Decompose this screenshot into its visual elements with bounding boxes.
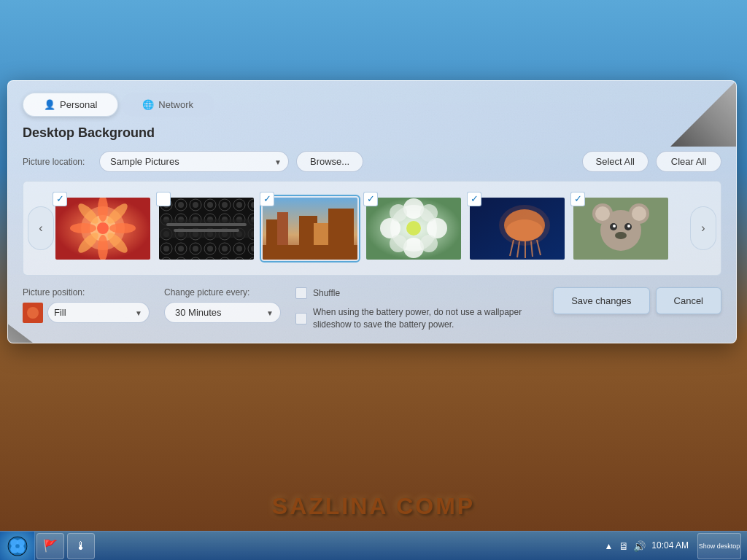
picture-location-label: Picture location:	[23, 157, 92, 167]
thumb-jellyfish	[470, 198, 565, 260]
checkbox-canyon: ✓	[260, 192, 274, 206]
curl-bl-shape	[8, 314, 52, 343]
svg-point-3	[97, 222, 109, 234]
taskbar: 🚩 🌡 ▲ 🖥 🔊 10:04 AM Show desktop	[0, 531, 747, 560]
wallpaper-gallery: ‹ ✓	[23, 181, 721, 276]
checkbox-jellyfish: ✓	[467, 192, 481, 206]
gallery-item-jellyfish[interactable]: ✓	[470, 198, 565, 260]
clear-all-button[interactable]: Clear All	[656, 151, 721, 172]
checkbox-abstract	[156, 192, 171, 206]
svg-point-35	[420, 235, 438, 252]
thumb-canyon	[263, 198, 357, 260]
checkbox-koala: ✓	[570, 192, 585, 206]
person-icon: 👤	[44, 99, 55, 110]
battery-row: When using the battery power, do not use…	[295, 306, 538, 331]
svg-point-32	[390, 204, 407, 222]
picture-location-dropdown-wrapper: Sample Pictures Windows Desktop Backgrou…	[99, 151, 289, 172]
change-picture-group: Change picture every: 10 Seconds 30 Seco…	[164, 287, 281, 323]
svg-rect-17	[166, 223, 247, 226]
windows-logo-icon	[7, 536, 28, 556]
tab-personal[interactable]: 👤 Personal	[23, 93, 118, 117]
watermark: SAZLINA COMP	[272, 493, 475, 520]
temperature-icon: 🌡	[75, 540, 87, 553]
gallery-next-button[interactable]: ›	[690, 206, 716, 250]
show-desktop-button[interactable]: Show desktop	[697, 533, 741, 559]
globe-icon: 🌐	[142, 99, 154, 110]
thumb-abstract	[159, 198, 254, 260]
dialog-buttons: Save changes Cancel	[553, 287, 721, 314]
section-title: Desktop Background	[23, 125, 721, 141]
svg-point-66	[15, 544, 20, 548]
tab-bar: 👤 Personal 🌐 Network	[23, 93, 721, 117]
battery-label: When using the battery power, do not use…	[313, 306, 538, 331]
browse-button[interactable]: Browse...	[296, 151, 363, 172]
checkbox-flower: ✓	[53, 192, 67, 206]
shuffle-label: Shuffle	[313, 288, 340, 298]
shuffle-battery-group: Shuffle When using the battery power, do…	[295, 287, 538, 331]
svg-point-7	[109, 223, 136, 233]
taskbar-btn-temp[interactable]: 🌡	[67, 533, 95, 559]
chevron-up-icon[interactable]: ▲	[604, 541, 613, 551]
volume-icon[interactable]: 🔊	[633, 540, 646, 552]
svg-point-50	[595, 206, 610, 221]
svg-rect-25	[263, 245, 357, 260]
svg-point-34	[390, 235, 407, 252]
gallery-prev-button[interactable]: ‹	[28, 206, 54, 250]
bottom-controls: Picture position: Fill Fit Stretch Tile	[23, 287, 721, 331]
battery-checkbox[interactable]	[295, 313, 307, 324]
gallery-item-flower2[interactable]: ✓	[366, 198, 461, 260]
system-tray-icons: 🖥 🔊	[619, 540, 646, 552]
tab-personal-label: Personal	[60, 99, 97, 110]
change-picture-select[interactable]: 10 Seconds 30 Seconds 1 Minute 10 Minute…	[164, 302, 281, 323]
network-icon: 🖥	[619, 540, 629, 552]
thumb-flower2	[366, 198, 461, 260]
picture-location-select[interactable]: Sample Pictures Windows Desktop Backgrou…	[99, 151, 289, 172]
clock-time: 10:04 AM	[651, 540, 689, 552]
dialog-content: 👤 Personal 🌐 Network Desktop Background …	[8, 81, 736, 343]
picture-position-label: Picture position:	[23, 287, 150, 298]
svg-point-36	[406, 221, 421, 236]
checkbox-flower2: ✓	[363, 192, 378, 206]
svg-rect-18	[174, 229, 239, 232]
svg-point-56	[627, 225, 630, 228]
thumb-koala	[573, 198, 668, 260]
shuffle-checkbox[interactable]	[295, 287, 307, 299]
svg-point-57	[615, 232, 627, 239]
svg-rect-16	[159, 219, 254, 238]
gallery-item-canyon[interactable]: ✓	[263, 198, 357, 260]
shuffle-row: Shuffle	[295, 287, 538, 299]
tab-network-label: Network	[158, 99, 193, 110]
clock: 10:04 AM	[651, 540, 689, 552]
svg-point-33	[420, 204, 438, 222]
svg-point-55	[613, 225, 616, 228]
change-picture-label: Change picture every:	[164, 287, 281, 298]
cancel-button[interactable]: Cancel	[656, 287, 721, 314]
curl-bottom-left	[8, 299, 66, 343]
svg-point-45	[499, 205, 550, 246]
save-changes-button[interactable]: Save changes	[553, 287, 649, 314]
svg-point-6	[70, 223, 96, 233]
start-button[interactable]	[0, 532, 35, 561]
gallery-item-flower[interactable]: ✓	[55, 198, 150, 260]
flag-icon: 🚩	[43, 539, 58, 553]
gallery-item-abstract[interactable]	[159, 198, 254, 260]
change-picture-dropdown-wrapper: 10 Seconds 30 Seconds 1 Minute 10 Minute…	[164, 302, 281, 323]
svg-point-52	[632, 206, 646, 221]
select-all-button[interactable]: Select All	[582, 151, 649, 172]
gallery-item-koala[interactable]: ✓	[573, 198, 668, 260]
thumb-flower	[55, 198, 150, 260]
personalization-dialog: 👤 Personal 🌐 Network Desktop Background …	[7, 80, 737, 343]
taskbar-btn-flag[interactable]: 🚩	[36, 533, 64, 559]
gallery-images: ✓	[55, 198, 689, 260]
picture-location-row: Picture location: Sample Pictures Window…	[23, 151, 721, 172]
taskbar-right: ▲ 🖥 🔊 10:04 AM Show desktop	[604, 533, 747, 559]
tab-network[interactable]: 🌐 Network	[121, 93, 214, 117]
